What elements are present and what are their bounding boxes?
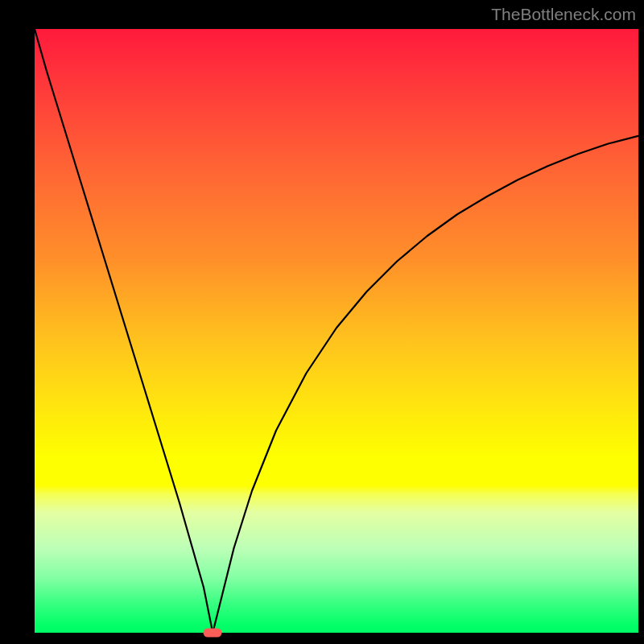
bottleneck-curve-path — [35, 29, 638, 633]
bottleneck-chart: TheBottleneck.com — [0, 0, 644, 644]
watermark-text: TheBottleneck.com — [491, 5, 636, 24]
plot-area — [35, 29, 638, 633]
minimum-marker — [204, 629, 222, 638]
curve-svg — [35, 29, 638, 633]
